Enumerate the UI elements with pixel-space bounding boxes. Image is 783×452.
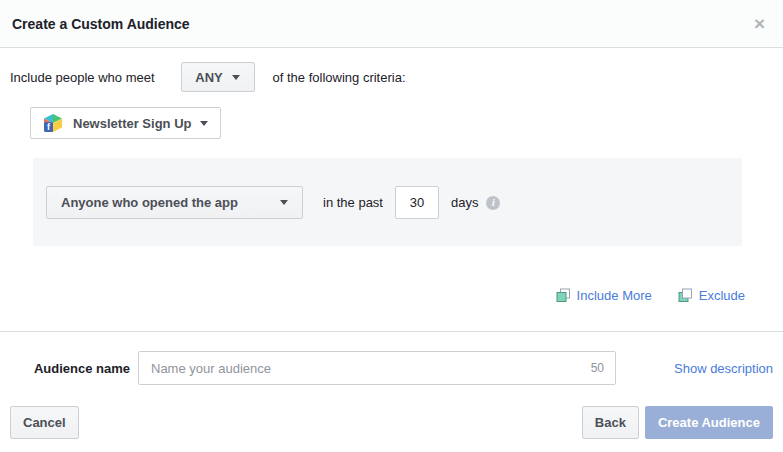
event-dropdown-value: Anyone who opened the app <box>61 195 238 210</box>
chevron-down-icon <box>232 75 240 80</box>
dialog-footer: Cancel Back Create Audience <box>0 406 783 439</box>
include-more-icon <box>556 288 571 303</box>
event-rule-row: Anyone who opened the app in the past da… <box>33 158 742 219</box>
exclude-link[interactable]: Exclude <box>678 288 745 303</box>
include-more-link[interactable]: Include More <box>556 288 652 303</box>
match-prefix-text: Include people who meet <box>10 70 155 85</box>
match-rule-row: Include people who meet ANY of the follo… <box>10 62 783 92</box>
retention-prefix-text: in the past <box>323 195 383 210</box>
close-icon[interactable]: × <box>754 14 765 33</box>
cancel-button[interactable]: Cancel <box>10 406 79 439</box>
app-source-dropdown[interactable]: f Newsletter Sign Up <box>30 107 221 139</box>
chevron-down-icon <box>200 121 208 126</box>
set-actions-row: Include More Exclude <box>0 288 745 303</box>
event-dropdown[interactable]: Anyone who opened the app <box>46 186 303 219</box>
exclude-label: Exclude <box>699 288 745 303</box>
retention-days-input[interactable] <box>395 186 439 219</box>
char-counter: 50 <box>591 361 604 375</box>
source-row: f Newsletter Sign Up <box>30 107 783 139</box>
exclude-icon <box>678 288 693 303</box>
back-button[interactable]: Back <box>582 406 639 439</box>
audience-name-input[interactable] <box>138 351 616 385</box>
app-events-cube-icon: f <box>43 113 63 133</box>
footer-right-group: Back Create Audience <box>582 406 773 439</box>
audience-name-row: Audience name 50 Show description <box>0 351 783 385</box>
chevron-down-icon <box>280 200 288 205</box>
section-divider <box>0 331 783 332</box>
app-source-name: Newsletter Sign Up <box>73 116 191 131</box>
match-suffix-text: of the following criteria: <box>273 70 406 85</box>
audience-name-input-wrap: 50 <box>138 351 616 385</box>
show-description-link[interactable]: Show description <box>674 361 773 376</box>
match-type-dropdown[interactable]: ANY <box>181 62 255 92</box>
audience-name-label: Audience name <box>0 361 130 376</box>
dialog-title: Create a Custom Audience <box>12 16 190 32</box>
dialog-header: Create a Custom Audience × <box>0 0 783 48</box>
match-type-value: ANY <box>195 70 222 85</box>
retention-days-label: days <box>451 195 478 210</box>
create-audience-button[interactable]: Create Audience <box>645 406 773 439</box>
info-icon[interactable]: i <box>486 196 500 210</box>
criteria-panel: Anyone who opened the app in the past da… <box>33 158 742 246</box>
include-more-label: Include More <box>577 288 652 303</box>
